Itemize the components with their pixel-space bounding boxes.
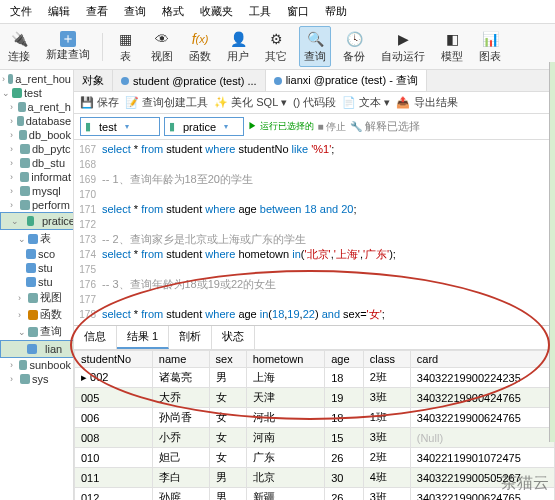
cell[interactable]: 男 <box>209 368 246 388</box>
cell[interactable]: 15 <box>325 428 364 448</box>
cell[interactable]: 18 <box>325 408 364 428</box>
cell[interactable]: 008 <box>75 428 153 448</box>
view-button[interactable]: 👁视图 <box>147 27 177 66</box>
cell[interactable]: 3班 <box>363 388 410 408</box>
export-button[interactable]: 📤 导出结果 <box>396 95 457 110</box>
backup-button[interactable]: 🕓备份 <box>339 27 369 66</box>
function-button[interactable]: f(x)函数 <box>185 27 215 66</box>
results-table[interactable]: studentNo name sex hometown age class ca… <box>74 350 555 500</box>
tab-student[interactable]: student @pratice (test) ... <box>113 70 266 91</box>
cell[interactable]: 006 <box>75 408 153 428</box>
menu-help[interactable]: 帮助 <box>319 2 353 21</box>
tree-node[interactable]: ›mysql <box>0 184 73 198</box>
cell[interactable]: 广东 <box>246 448 325 468</box>
model-button[interactable]: ◧模型 <box>437 27 467 66</box>
tree-node[interactable]: ›视图 <box>0 289 73 306</box>
menu-format[interactable]: 格式 <box>156 2 190 21</box>
right-panel-strip[interactable] <box>549 62 555 442</box>
cell[interactable]: 新疆 <box>246 488 325 501</box>
tree-node[interactable]: ⌄查询 <box>0 323 73 340</box>
tree-node[interactable]: ›db_book <box>0 128 73 142</box>
cell[interactable]: 26 <box>325 448 364 468</box>
tree-node[interactable]: sco <box>0 247 73 261</box>
col-header[interactable]: name <box>152 351 209 368</box>
cell[interactable]: 大乔 <box>152 388 209 408</box>
table-row[interactable]: 005大乔女天津193班34032219900424765 <box>75 388 555 408</box>
new-query-button[interactable]: ＋新建查询 <box>42 29 94 64</box>
cell[interactable]: 010 <box>75 448 153 468</box>
table-row[interactable]: ▸ 002诸葛亮男上海182班34032219900224235 <box>75 368 555 388</box>
cell[interactable]: (Null) <box>410 428 554 448</box>
table-row[interactable]: 008小乔女河南153班(Null) <box>75 428 555 448</box>
tree-node[interactable]: stu <box>0 275 73 289</box>
cell[interactable]: 男 <box>209 488 246 501</box>
cell[interactable]: 34032219900224235 <box>410 368 554 388</box>
col-header[interactable]: card <box>410 351 554 368</box>
tree-node[interactable]: ⌄表 <box>0 230 73 247</box>
tab-lianxi[interactable]: lianxi @pratice (test) - 查询 <box>266 70 427 91</box>
cell[interactable]: 小乔 <box>152 428 209 448</box>
tree-node[interactable]: ›a_rent_h <box>0 100 73 114</box>
cell[interactable]: 34022119901072475 <box>410 448 554 468</box>
cell[interactable]: 诸葛亮 <box>152 368 209 388</box>
cell[interactable]: 李白 <box>152 468 209 488</box>
menu-favorites[interactable]: 收藏夹 <box>194 2 239 21</box>
chart-button[interactable]: 📊图表 <box>475 27 505 66</box>
rtab-info[interactable]: 信息 <box>74 326 117 349</box>
cell[interactable]: 河南 <box>246 428 325 448</box>
beautify-sql-button[interactable]: ✨ 美化 SQL ▾ <box>214 95 287 110</box>
text-button[interactable]: 📄 文本 ▾ <box>342 95 390 110</box>
query-builder-button[interactable]: 📝 查询创建工具 <box>125 95 208 110</box>
cell[interactable]: 011 <box>75 468 153 488</box>
table-row[interactable]: 012孙膑男新疆263班34032219900624765 <box>75 488 555 501</box>
cell[interactable]: 2班 <box>363 448 410 468</box>
cell[interactable]: 30 <box>325 468 364 488</box>
cell[interactable]: 孙膑 <box>152 488 209 501</box>
col-header[interactable]: class <box>363 351 410 368</box>
table-row[interactable]: 010妲己女广东262班34022119901072475 <box>75 448 555 468</box>
menu-window[interactable]: 窗口 <box>281 2 315 21</box>
tree-node[interactable]: ›informat <box>0 170 73 184</box>
user-button[interactable]: 👤用户 <box>223 27 253 66</box>
tree-node[interactable]: ›perform <box>0 198 73 212</box>
cell[interactable]: 2班 <box>363 368 410 388</box>
col-header[interactable]: age <box>325 351 364 368</box>
cell[interactable]: ▸ 002 <box>75 368 153 388</box>
run-selected-button[interactable]: ▶ 运行已选择的 <box>248 120 314 133</box>
menu-edit[interactable]: 编辑 <box>42 2 76 21</box>
connection-select[interactable]: ▮test▾ <box>80 117 160 136</box>
table-button[interactable]: ▦表 <box>111 27 139 66</box>
cell[interactable]: 34032219900624765 <box>410 408 554 428</box>
tree-node[interactable]: ›database <box>0 114 73 128</box>
tree-node[interactable]: stu <box>0 261 73 275</box>
query-button[interactable]: 🔍查询 <box>299 26 331 67</box>
tree-node[interactable]: ⌄test <box>0 86 73 100</box>
menu-tools[interactable]: 工具 <box>243 2 277 21</box>
nav-tree[interactable]: ›a_rent_hou ⌄test ›a_rent_h ›database ›d… <box>0 70 74 500</box>
tree-node[interactable]: lian <box>0 340 74 358</box>
tree-node[interactable]: ›sys <box>0 372 73 386</box>
cell[interactable]: 4班 <box>363 468 410 488</box>
cell[interactable]: 上海 <box>246 368 325 388</box>
col-header[interactable]: hometown <box>246 351 325 368</box>
cell[interactable]: 女 <box>209 428 246 448</box>
cell[interactable]: 005 <box>75 388 153 408</box>
cell[interactable]: 3班 <box>363 488 410 501</box>
rtab-result1[interactable]: 结果 1 <box>117 326 169 349</box>
tree-node[interactable]: ⌄pratice <box>0 212 74 230</box>
cell[interactable]: 18 <box>325 368 364 388</box>
cell[interactable]: 天津 <box>246 388 325 408</box>
tree-node[interactable]: ›db_stu <box>0 156 73 170</box>
autorun-button[interactable]: ▶自动运行 <box>377 27 429 66</box>
tree-node[interactable]: ›a_rent_hou <box>0 72 73 86</box>
connect-button[interactable]: 🔌连接 <box>4 27 34 66</box>
explain-button[interactable]: 🔧 解释已选择 <box>350 119 420 134</box>
sql-editor[interactable]: 167select * from student where studentNo… <box>74 140 555 325</box>
cell[interactable]: 北京 <box>246 468 325 488</box>
col-header[interactable]: sex <box>209 351 246 368</box>
stop-button[interactable]: ■ 停止 <box>318 120 347 134</box>
snippet-button[interactable]: () 代码段 <box>293 95 336 110</box>
tab-objects[interactable]: 对象 <box>74 70 113 91</box>
cell[interactable]: 女 <box>209 448 246 468</box>
cell[interactable]: 26 <box>325 488 364 501</box>
